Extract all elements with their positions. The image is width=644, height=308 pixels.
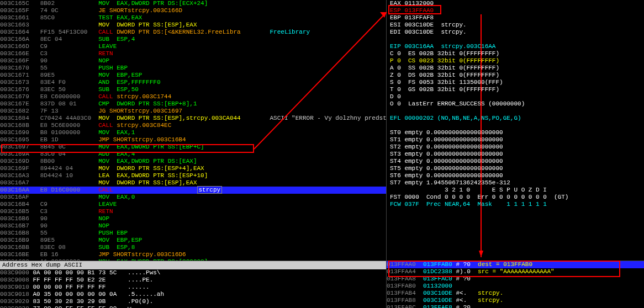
register-line: T 0 GS 002B 32bit 0(FFFFFFFF) (390, 86, 644, 93)
register-line: FST 0000 Cond 0 0 0 0 Err 0 0 0 0 0 0 0 … (390, 194, 644, 201)
disasm-row[interactable]: 003C16B6 90 NOP (0, 215, 386, 222)
disasm-row[interactable]: 003C1682 7F 13 JG SHORTstrcpy.003C1697 (0, 108, 386, 115)
register-line: 3 2 1 0 E S P U O Z D I (390, 187, 644, 194)
disasm-row[interactable]: 003C1670 55 PUSH EBP (0, 65, 386, 72)
disasm-row[interactable]: 003C169F 894424 04 MOV DWORD PTR SS:[ESP… (0, 165, 386, 172)
disasm-row[interactable]: 003C1661 85C0 TEST EAX,EAX (0, 14, 386, 22)
dump-row[interactable]: 003C9018 A0 35 00 00 00 00 00 0A .5.....… (0, 291, 386, 298)
disasm-row[interactable]: 003C1676 83EC 50 SUB ESP,50 (0, 86, 386, 93)
dump-header: Address Hex dump ASCII (0, 261, 386, 269)
disasm-row[interactable]: 003C16AA E8 D16C0000 CALL strcpy (0, 187, 386, 194)
disasm-row[interactable]: 003C1690 B8 01000000 MOV EAX,1 (0, 129, 386, 136)
register-line (390, 122, 644, 129)
registers-pane[interactable]: EAX 01132000ESP 013FFAA0EBP 013FFAF8ESI … (387, 0, 644, 261)
register-line: Z 0 DS 002B 32bit 0(FFFFFFFF) (390, 72, 644, 79)
dump-row[interactable]: 003C9028 77 00 00 FF FF FF FF 00 w...... (0, 305, 386, 308)
register-line: ST0 empty 0.0000000000000000000 (390, 129, 644, 136)
stack-row[interactable]: 013FFAB8 003C10DE #<. strcpy. (387, 297, 644, 304)
register-line: ST7 empty 1.9455067136242355e-312 (390, 179, 644, 187)
disasm-row[interactable]: 003C16A7 MOV DWORD PTR SS:[ESP],EAX (0, 179, 386, 187)
stack-row[interactable]: 013FFABC 013FFAE8 # ?0 (387, 304, 644, 308)
disasm-row[interactable]: 003C16B7 90 NOP (0, 222, 386, 230)
stack-row[interactable]: 013FFAB4 003C10DE #<. strcpy. (387, 290, 644, 297)
register-line: A 0 SS 002B 32bit 0(FFFFFFFF) (390, 65, 644, 72)
disasm-row[interactable]: 003C1684 C70424 44A03C0 MOV DWORD PTR SS… (0, 115, 386, 122)
disasm-row[interactable]: 003C16BE EB 16 JMP SHORTstrcpy.003C16D6 (0, 251, 386, 258)
disasm-row[interactable]: 003C1695 EB 1D JMP SHORTstrcpy.003C16B4 (0, 136, 386, 144)
disasm-row[interactable]: 003C16AF MOV EAX,0 (0, 194, 386, 201)
highlight-box-call (1, 144, 254, 153)
highlight-box-esp (388, 5, 441, 14)
register-line: ST1 empty 0.0000000000000000000 (390, 136, 644, 144)
register-line: EFL 00000202 (NO,NB,NE,A,NS,PO,GE,G) (390, 115, 644, 122)
register-line: ST4 empty 0.0000000000000000000 (390, 158, 644, 165)
disasm-row[interactable]: 003C16B5 C3 RETN (0, 208, 386, 215)
register-line: ST5 empty 0.0000000000000000000 (390, 165, 644, 172)
register-line: ESI 003C10DE strcpy. (390, 22, 644, 29)
register-line: D 0 (390, 93, 644, 100)
disasm-row[interactable]: 003C1679 E8 C6000000 CALL strcpy.003C174… (0, 93, 386, 100)
disasm-row[interactable]: 003C16B8 55 PUSH EBP (0, 230, 386, 237)
disasm-row[interactable]: 003C168B E8 5C6E0000 CALL strcpy.003C84E… (0, 122, 386, 129)
register-line: C 0 ES 002B 32bit 0(FFFFFFFF) (390, 50, 644, 57)
disasm-row[interactable]: 003C1673 83E4 F0 AND ESP,FFFFFFF0 (0, 79, 386, 86)
disasm-row[interactable]: 003C16B4 C9 LEAVE (0, 201, 386, 208)
disassembly-pane[interactable]: 003C165C 8B02 MOV EAX,DWORD PTR DS:[ECX+… (0, 0, 387, 261)
stack-row[interactable]: 013FFAB0 01132000 (387, 283, 644, 290)
dump-row[interactable]: 003C9000 0A 00 00 00 90 B1 73 5C .....Pw… (0, 269, 386, 277)
disasm-row[interactable]: 003C165C 8B02 MOV EAX,DWORD PTR DS:[ECX+… (0, 0, 386, 7)
disasm-row[interactable]: 003C1663 MOV DWORD PTR SS:[ESP],EAX (0, 22, 386, 29)
register-line: EIP 003C16AA strcpy.003C16AA (390, 43, 644, 50)
disasm-row[interactable]: 003C166A 8EC 04 SUB ESP,4 (0, 36, 386, 43)
register-line: EDI 003C10DE strcpy. (390, 29, 644, 36)
register-line: ST3 empty 0.0000000000000000000 (390, 151, 644, 158)
disasm-row[interactable]: 003C166D C9 LEAVE (0, 43, 386, 50)
disasm-row[interactable]: 003C16B9 89E5 MOV EBP,ESP (0, 237, 386, 244)
dump-row[interactable]: 003C9020 83 50 30 28 30 29 0B .P0(0). (0, 298, 386, 305)
register-line (390, 108, 644, 115)
hex-dump-pane[interactable]: Address Hex dump ASCII 003C9000 0A 00 00… (0, 261, 387, 308)
disasm-row[interactable]: 003C16A3 8D4424 10 LEA EAX,DWORD PTR SS:… (0, 172, 386, 179)
register-line: FCW 037F Prec NEAR,64 Mask 1 1 1 1 1 1 (390, 201, 644, 208)
disasm-row[interactable]: 003C166E C3 RETN (0, 50, 386, 57)
register-line: S 0 FS 0053 32bit 1135000(FFF) (390, 79, 644, 86)
disasm-row[interactable]: 003C166F 90 NOP (0, 57, 386, 65)
disasm-row[interactable]: 003C16BB 83EC 08 SUB ESP,8 (0, 244, 386, 251)
disasm-row[interactable]: 003C167E 837D 08 01 CMP DWORD PTR SS:[EB… (0, 100, 386, 108)
disasm-row[interactable]: 003C1664 FF15 54F13C00 CALL DWORD PTR DS… (0, 29, 386, 36)
disasm-row[interactable]: 003C1671 89E5 MOV EBP,ESP (0, 72, 386, 79)
disasm-row[interactable]: 003C169D 8B00 MOV EAX,DWORD PTR DS:[EAX] (0, 158, 386, 165)
register-line: EBP 013FFAF8 (390, 14, 644, 22)
register-line: O 0 LastErr ERROR_SUCCESS (00000000) (390, 100, 644, 108)
register-line: P 0 CS 0023 32bit 0(FFFFFFFF) (390, 57, 644, 65)
disasm-row[interactable]: 003C165F 74 0C JE SHORTstrcpy.003C166D (0, 7, 386, 14)
dump-row[interactable]: 003C9010 00 00 00 FF FF FF FF ...... (0, 284, 386, 291)
register-line (390, 36, 644, 43)
register-line: ST2 empty 0.0000000000000000000 (390, 144, 644, 151)
highlight-box-stack (388, 261, 620, 277)
register-line: ST6 empty 0.0000000000000000000 (390, 172, 644, 179)
dump-row[interactable]: 003C9008 FF FF FF FF 50 E2 2E ....PE. (0, 277, 386, 284)
